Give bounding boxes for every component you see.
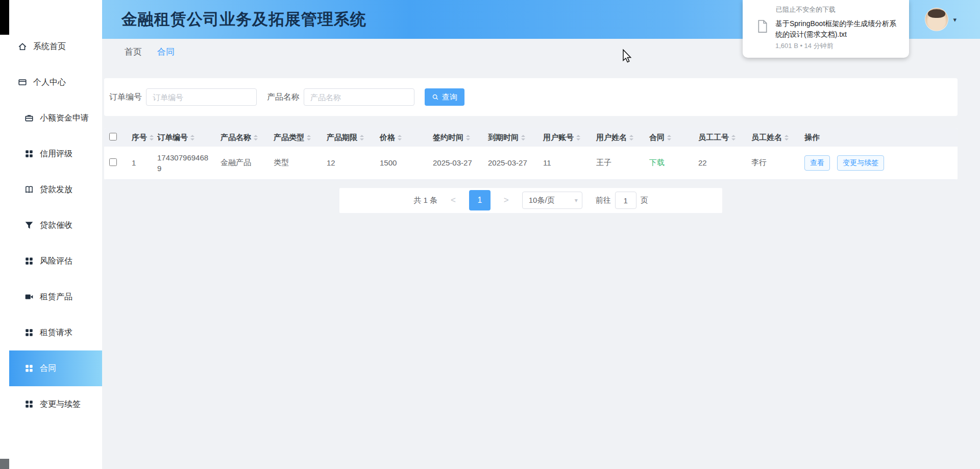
main-area: 金融租赁公司业务及拓展管理系统 ▾ 首页 合同 订单编号 产品名称 查询 xyxy=(102,0,980,469)
sidebar-item-risk-assessment[interactable]: 风险评估 xyxy=(9,243,102,279)
col-header-product-type[interactable]: 产品类型 xyxy=(268,128,322,147)
sort-arrows-icon[interactable] xyxy=(667,135,671,140)
sidebar-item-system-home[interactable]: 系统首页 xyxy=(9,29,102,64)
col-header-employee-no[interactable]: 员工工号 xyxy=(693,128,746,147)
download-notification: 已阻止不安全的下载 基于SpringBoot框架的学生成绩分析系统的设计(需求文… xyxy=(743,0,909,58)
col-header-actions: 操作 xyxy=(799,128,958,147)
sort-arrows-icon[interactable] xyxy=(190,135,194,140)
sidebar-item-label: 信用评级 xyxy=(40,149,72,159)
product-name-label: 产品名称 xyxy=(267,92,300,103)
view-button[interactable]: 查看 xyxy=(804,155,830,171)
sort-arrows-icon[interactable] xyxy=(254,135,258,140)
sidebar-item-micro-fund-apply[interactable]: 小额资金申请 xyxy=(9,100,102,136)
col-header-contract[interactable]: 合同 xyxy=(644,128,693,147)
goto-page-input[interactable] xyxy=(615,192,636,209)
sort-arrows-icon[interactable] xyxy=(521,135,525,140)
sidebar-item-lease-products[interactable]: 租赁产品 xyxy=(9,279,102,315)
sidebar-item-credit-rating[interactable]: 信用评级 xyxy=(9,136,102,172)
order-no-input[interactable] xyxy=(146,88,257,106)
sidebar-item-label: 贷款发放 xyxy=(40,184,72,195)
sort-arrows-icon[interactable] xyxy=(576,135,580,140)
select-all-checkbox[interactable] xyxy=(109,133,117,140)
avatar[interactable] xyxy=(925,8,948,31)
col-header-order-no[interactable]: 订单编号 xyxy=(152,128,215,147)
contracts-table-panel: 序号 订单编号 产品名称 产品类型 产品期限 价格 签约时间 到期时间 用户账号… xyxy=(104,128,958,180)
download-file-row[interactable]: 基于SpringBoot框架的学生成绩分析系统的设计(需求文档).txt 1,6… xyxy=(751,18,901,51)
sidebar-item-personal-center[interactable]: 个人中心 xyxy=(9,64,102,100)
sidebar-item-label: 风险评估 xyxy=(40,256,72,267)
table-header-row: 序号 订单编号 产品名称 产品类型 产品期限 价格 签约时间 到期时间 用户账号… xyxy=(104,128,958,147)
row-checkbox[interactable] xyxy=(109,158,117,166)
contracts-table: 序号 订单编号 产品名称 产品类型 产品期限 价格 签约时间 到期时间 用户账号… xyxy=(104,128,958,180)
sort-arrows-icon[interactable] xyxy=(731,135,736,140)
col-header-product-name[interactable]: 产品名称 xyxy=(215,128,268,147)
book-icon xyxy=(24,185,34,194)
cell-expire-date: 2025-03-27 xyxy=(483,147,538,179)
col-header-product-term[interactable]: 产品期限 xyxy=(322,128,375,147)
goto-suffix: 页 xyxy=(641,196,648,205)
cell-employee-no: 22 xyxy=(693,147,746,179)
sort-arrows-icon[interactable] xyxy=(360,135,364,140)
content: 订单编号 产品名称 查询 序号 xyxy=(102,64,980,213)
grid-icon xyxy=(24,328,34,337)
search-icon xyxy=(432,93,439,101)
cell-order-no: 1743079694689 xyxy=(152,147,215,179)
window-edge-strip xyxy=(0,0,9,469)
cell-product-name: 金融产品 xyxy=(215,147,268,179)
sidebar-item-label: 系统首页 xyxy=(33,41,66,52)
sort-arrows-icon[interactable] xyxy=(466,135,470,140)
sidebar-item-loan-collection[interactable]: 贷款催收 xyxy=(9,207,102,243)
col-header-user-account[interactable]: 用户账号 xyxy=(538,128,591,147)
sidebar-item-contract[interactable]: 合同 xyxy=(9,350,102,386)
chevron-down-icon: ▾ xyxy=(575,197,578,204)
tab-home[interactable]: 首页 xyxy=(125,46,142,58)
change-renew-button[interactable]: 变更与续签 xyxy=(837,155,884,171)
col-header-expire-date[interactable]: 到期时间 xyxy=(483,128,538,147)
col-header-index[interactable]: 序号 xyxy=(127,128,152,147)
col-header-user-name[interactable]: 用户姓名 xyxy=(591,128,644,147)
cell-user-name: 王子 xyxy=(591,147,644,179)
cell-select xyxy=(104,147,127,179)
sidebar-item-label: 变更与续签 xyxy=(40,399,81,410)
grid-icon xyxy=(24,364,34,373)
download-file-name[interactable]: 基于SpringBoot框架的学生成绩分析系统的设计(需求文档).txt xyxy=(775,18,901,40)
col-header-employee-name[interactable]: 员工姓名 xyxy=(746,128,799,147)
search-button-label: 查询 xyxy=(442,92,457,102)
video-camera-icon xyxy=(24,292,34,301)
mouse-cursor xyxy=(622,49,632,63)
order-no-label: 订单编号 xyxy=(109,92,142,103)
product-name-input[interactable] xyxy=(304,88,414,106)
goto-label: 前往 xyxy=(596,196,611,205)
cell-sign-date: 2025-03-27 xyxy=(428,147,483,179)
funnel-icon xyxy=(24,221,34,230)
search-button[interactable]: 查询 xyxy=(425,88,464,106)
sidebar-item-label: 贷款催收 xyxy=(40,220,72,231)
tab-contract[interactable]: 合同 xyxy=(157,46,175,58)
download-file-meta: 1,601 B • 14 分钟前 xyxy=(775,41,901,51)
id-card-icon xyxy=(18,78,27,87)
next-page-button[interactable]: > xyxy=(504,195,509,205)
cell-price: 1500 xyxy=(375,147,428,179)
prev-page-button[interactable]: < xyxy=(451,195,456,205)
download-notification-title: 已阻止不安全的下载 xyxy=(751,5,901,14)
page-1-button[interactable]: 1 xyxy=(469,190,491,210)
sidebar-item-change-renewal[interactable]: 变更与续签 xyxy=(9,386,102,422)
sidebar-item-loan-disbursement[interactable]: 贷款发放 xyxy=(9,172,102,207)
chevron-down-icon[interactable]: ▾ xyxy=(953,16,957,24)
search-panel: 订单编号 产品名称 查询 xyxy=(104,78,958,116)
page-size-select[interactable]: 10条/页 ▾ xyxy=(522,192,582,209)
sort-arrows-icon[interactable] xyxy=(150,135,154,140)
sort-arrows-icon[interactable] xyxy=(785,135,789,140)
download-link[interactable]: 下载 xyxy=(649,158,665,167)
col-header-sign-date[interactable]: 签约时间 xyxy=(428,128,483,147)
col-header-select xyxy=(104,128,127,147)
sort-arrows-icon[interactable] xyxy=(307,135,311,140)
sidebar-item-lease-requests[interactable]: 租赁请求 xyxy=(9,315,102,350)
home-icon xyxy=(18,42,27,51)
sidebar-item-label: 小额资金申请 xyxy=(40,113,89,124)
sort-arrows-icon[interactable] xyxy=(398,135,402,140)
cell-index: 1 xyxy=(127,147,152,179)
col-header-price[interactable]: 价格 xyxy=(375,128,428,147)
window-edge-top xyxy=(0,0,9,35)
sort-arrows-icon[interactable] xyxy=(629,135,633,140)
